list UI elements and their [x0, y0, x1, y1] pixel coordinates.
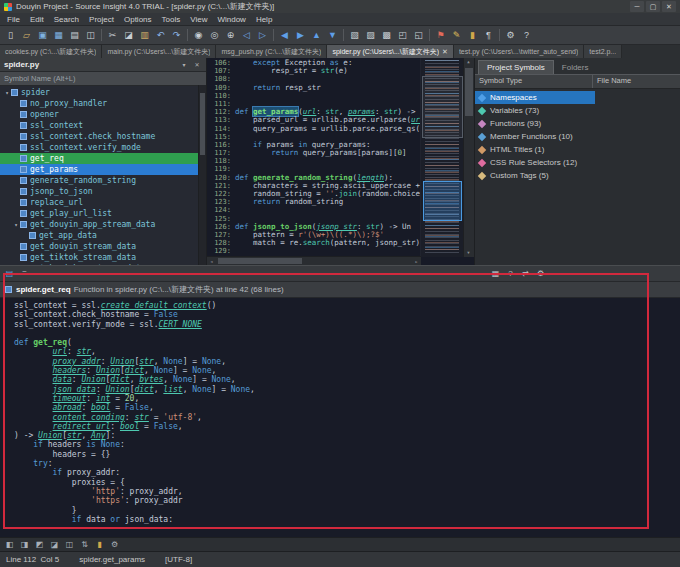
menu-project[interactable]: Project — [84, 15, 119, 24]
tree-item-get-req[interactable]: get_req — [0, 153, 206, 164]
context-code[interactable]: ssl_context = ssl.create_default_context… — [0, 298, 680, 538]
column-symbol-type[interactable]: Symbol Type — [475, 75, 593, 88]
search-icon[interactable]: ◉ — [191, 28, 206, 43]
settings-icon[interactable]: ⚙ — [108, 539, 121, 551]
code-line[interactable]: 110: — [207, 92, 421, 100]
title-bar[interactable]: Douyin Project - Source Insight 4.0 TRIA… — [0, 0, 680, 13]
redo-icon[interactable]: ↷ — [169, 28, 184, 43]
context-code-line[interactable]: ) -> Union[str, Any]: — [14, 431, 680, 440]
symbol-type-variables-73[interactable]: Variables (73) — [475, 104, 680, 117]
horizontal-scrollbar-thumb[interactable] — [218, 258, 302, 264]
highlight-word-icon[interactable]: ✎ — [449, 28, 464, 43]
context-code-line[interactable]: headers = {} — [14, 450, 680, 459]
tab-test2-p[interactable]: test2.p... — [584, 45, 622, 58]
save-all-icon[interactable]: ▦ — [51, 28, 66, 43]
code-line[interactable]: 114: query_params = urllib.parse.parse_q… — [207, 125, 421, 133]
tab-cookies-py[interactable]: cookies.py (C:\...\新建文件夹) — [0, 45, 102, 58]
context-code-line[interactable]: if proxy_addr: — [14, 468, 680, 477]
go-back-icon[interactable]: ◀ — [277, 28, 292, 43]
context-settings-icon[interactable]: ⚙ — [534, 267, 547, 280]
context-code-line[interactable]: ssl_context.verify_mode = ssl.CERT_NONE — [14, 320, 680, 329]
code-line[interactable]: 107: resp_str = str(e) — [207, 67, 421, 75]
tab-msg-push-py[interactable]: msg_push.py (C:\...\新建文件夹) — [216, 45, 327, 58]
symbol-window-icon[interactable]: ▧ — [347, 28, 362, 43]
lock-context-icon[interactable]: ▮ — [465, 28, 480, 43]
context-code-line[interactable]: url: str, — [14, 347, 680, 356]
format-view-icon[interactable]: ¶ — [481, 28, 496, 43]
context-code-line[interactable]: content_conding: str = 'utf-8', — [14, 413, 680, 422]
symbol-type-css-rule-selectors-12[interactable]: CSS Rule Selectors (12) — [475, 156, 680, 169]
tree-item-get-params[interactable]: get_params — [0, 164, 206, 175]
help-icon[interactable]: ? — [519, 28, 534, 43]
minimap[interactable] — [420, 58, 464, 257]
context-sync-icon[interactable]: ⇄ — [519, 267, 532, 280]
relation-window-icon[interactable]: ▩ — [379, 28, 394, 43]
files-window-icon[interactable]: ◱ — [411, 28, 426, 43]
replace-icon[interactable]: ⊕ — [223, 28, 238, 43]
context-code-line[interactable]: proxies = { — [14, 478, 680, 487]
code-line[interactable]: 123: return random_string — [207, 198, 421, 206]
code-line[interactable]: 118: — [207, 157, 421, 165]
tree-item-ssl-context-check-hostname[interactable]: ssl_context.check_hostname — [0, 131, 206, 142]
context-code-line[interactable]: abroad: bool = False, — [14, 403, 680, 412]
tree-item-jsonp-to-json[interactable]: jsonp_to_json — [0, 186, 206, 197]
toggle-clip-window-icon[interactable]: ◫ — [63, 539, 76, 551]
menu-file[interactable]: File — [2, 15, 25, 24]
editor-vertical-scrollbar[interactable]: ▲ ▼ — [463, 58, 474, 257]
tab-close-icon[interactable]: ✕ — [442, 45, 448, 58]
symbol-type-namespaces[interactable]: Namespaces — [475, 91, 680, 104]
scroll-up-icon[interactable]: ▲ — [464, 58, 473, 66]
context-code-line[interactable]: 'http': proxy_addr, — [14, 487, 680, 496]
toggle-symbol-window-icon[interactable]: ◧ — [3, 539, 16, 551]
column-file-name[interactable]: File Name — [593, 75, 680, 88]
symbol-tree-scrollbar-thumb[interactable] — [200, 93, 205, 155]
expand-arrow-icon[interactable]: ▾ — [3, 87, 11, 98]
scroll-right-icon[interactable]: ► — [412, 259, 421, 264]
context-code-line[interactable]: data: Union[dict, bytes, None] = None, — [14, 375, 680, 384]
tree-item-get-douyin-app-stream-data[interactable]: ▾get_douyin_app_stream_data — [0, 219, 206, 230]
code-line[interactable]: 109: return resp_str — [207, 84, 421, 92]
vertical-scrollbar-thumb[interactable] — [465, 68, 473, 116]
tree-item-get-play-url-list[interactable]: get_play_url_list — [0, 208, 206, 219]
context-file-icon[interactable]: ▤ — [3, 267, 16, 280]
context-code-line[interactable]: json_data: Union[dict, list, None] = Non… — [14, 385, 680, 394]
toggle-project-window-icon[interactable]: ◪ — [48, 539, 61, 551]
menu-window[interactable]: Window — [212, 15, 250, 24]
code-editor[interactable]: 106: except Exception as e:107: resp_str… — [207, 58, 474, 265]
jump-definition-icon[interactable]: ▼ — [325, 28, 340, 43]
symbol-name-input[interactable] — [0, 73, 206, 84]
editor-horizontal-scrollbar[interactable]: ◄ ► — [207, 256, 421, 265]
symbol-type-member-functions-10[interactable]: Member Functions (10) — [475, 130, 680, 143]
context-code-line[interactable]: headers: Union[dict, None] = None, — [14, 366, 680, 375]
context-help-icon[interactable]: ? — [504, 267, 517, 280]
context-code-line[interactable]: def get_req( — [14, 338, 680, 347]
options-icon[interactable]: ⚙ — [503, 28, 518, 43]
scroll-left-icon[interactable]: ◄ — [207, 259, 216, 264]
tab-folders[interactable]: Folders — [554, 61, 597, 74]
tab-main-py[interactable]: main.py (C:\Users\...\新建文件夹) — [102, 45, 216, 58]
symbol-tree-scrollbar[interactable] — [198, 85, 206, 265]
context-grid-icon[interactable]: ▦ — [489, 267, 502, 280]
menu-edit[interactable]: Edit — [25, 15, 49, 24]
code-line[interactable]: 117: return query_params[params][0] — [207, 149, 421, 157]
search-forward-icon[interactable]: ▷ — [255, 28, 270, 43]
project-window-icon[interactable]: ◰ — [395, 28, 410, 43]
context-code-line[interactable]: timeout: int = 20, — [14, 394, 680, 403]
context-code-line[interactable]: 'https': proxy_addr — [14, 496, 680, 505]
jump-caller-icon[interactable]: ▲ — [309, 28, 324, 43]
tree-item-generate-random-string[interactable]: generate_random_string — [0, 175, 206, 186]
tree-item-opener[interactable]: opener — [0, 109, 206, 120]
menu-help[interactable]: Help — [251, 15, 277, 24]
context-code-line[interactable]: } — [14, 506, 680, 515]
menu-view[interactable]: View — [185, 15, 212, 24]
print-preview-icon[interactable]: ◫ — [83, 28, 98, 43]
copy-icon[interactable]: ◪ — [121, 28, 136, 43]
lock-icon[interactable]: ▮ — [93, 539, 106, 551]
search-backward-icon[interactable]: ◁ — [239, 28, 254, 43]
horizontal-scrollbar-track[interactable] — [216, 258, 412, 264]
undo-icon[interactable]: ↶ — [153, 28, 168, 43]
minimize-button[interactable]: ─ — [630, 1, 644, 12]
tree-item-no-proxy-handler[interactable]: no_proxy_handler — [0, 98, 206, 109]
search-files-icon[interactable]: ◎ — [207, 28, 222, 43]
context-list-icon[interactable]: ≡ — [18, 267, 31, 280]
